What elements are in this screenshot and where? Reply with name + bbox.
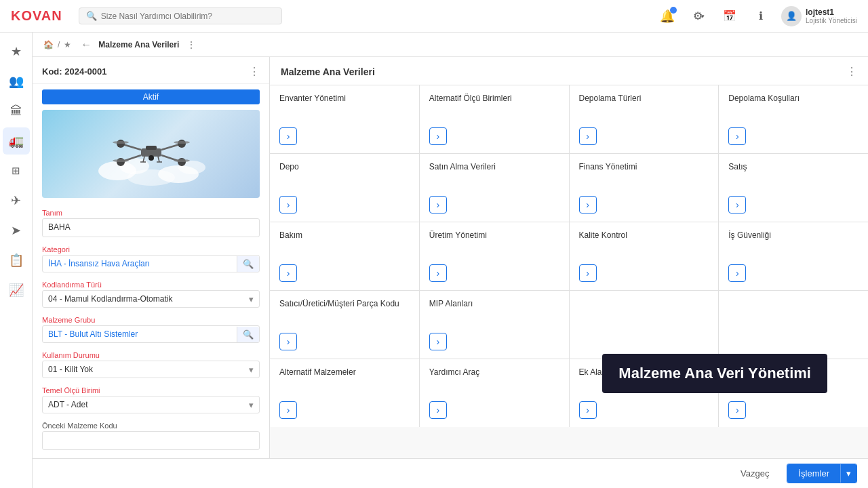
kullanim-dropdown-icon[interactable]: ▾ bbox=[243, 362, 259, 378]
card-arrow-icon[interactable]: › bbox=[429, 196, 447, 214]
tanim-value[interactable]: BAHA bbox=[42, 218, 260, 237]
kategori-field: Kategori İHA - İnsansız Hava Araçları 🔍 bbox=[33, 241, 269, 277]
card-arrow-icon[interactable]: › bbox=[429, 401, 447, 419]
card-depolama-kosullari[interactable]: Depolama Koşulları › bbox=[719, 85, 868, 153]
card-title: Kalite Kontrol bbox=[579, 230, 709, 240]
dropdown-indicator: ▾ bbox=[701, 13, 705, 20]
card-arrow-icon[interactable]: › bbox=[728, 127, 746, 145]
card-arrow-icon[interactable]: › bbox=[728, 196, 746, 214]
card-arrow-icon[interactable]: › bbox=[279, 127, 297, 145]
sidebar-item-favorites[interactable]: ★ bbox=[3, 38, 30, 65]
drone-illustration bbox=[97, 120, 205, 188]
card-bakim[interactable]: Bakım › bbox=[270, 222, 419, 290]
user-name-label: lojtest1 bbox=[806, 7, 857, 17]
card-arrow-icon[interactable]: › bbox=[279, 333, 297, 350]
sidebar-item-company[interactable]: 🏛 bbox=[3, 98, 30, 125]
breadcrumb-star[interactable]: ★ bbox=[64, 40, 71, 49]
right-panel-header: Malzeme Ana Verileri ⋮ bbox=[270, 57, 868, 85]
card-title: Depolama Türleri bbox=[579, 94, 709, 103]
card-arrow-icon[interactable]: › bbox=[279, 264, 297, 282]
sidebar-item-plane[interactable]: ✈ bbox=[3, 187, 30, 214]
left-sidebar: ★ 👥 🏛 🚛 ⊞ ✈ ➤ 📋 📈 bbox=[0, 33, 33, 488]
top-navigation: KOVAN 🔍 🔔 ⚙ ▾ 📅 ℹ 👤 lojtest1 Lojistik Yö… bbox=[0, 0, 868, 33]
user-menu[interactable]: 👤 lojtest1 Lojistik Yöneticisi bbox=[781, 6, 857, 26]
svg-rect-7 bbox=[146, 146, 157, 150]
malzeme-grubu-value: BLT - Bulut Altı Sistemler bbox=[43, 326, 237, 342]
card-yardimci-arac[interactable]: Yardımcı Araç › bbox=[420, 359, 569, 427]
sidebar-item-logistics[interactable]: 🚛 bbox=[3, 127, 30, 155]
card-alternatif-olcu[interactable]: Alternatif Ölçü Birimleri › bbox=[420, 85, 569, 153]
card-satin-alma[interactable]: Satın Alma Verileri › bbox=[420, 154, 569, 222]
home-icon[interactable]: 🏠 bbox=[43, 40, 54, 49]
card-title: Ek Alanlar bbox=[579, 367, 709, 377]
calendar-button[interactable]: 📅 bbox=[719, 5, 741, 27]
card-uretim[interactable]: Üretim Yönetimi › bbox=[420, 222, 569, 290]
card-arrow-icon[interactable]: › bbox=[579, 196, 597, 214]
card-alternatif-malzeme[interactable]: Alternatif Malzemeler › bbox=[270, 359, 419, 427]
actions-dropdown-button[interactable]: ▾ bbox=[840, 464, 856, 483]
card-satis[interactable]: Satış › bbox=[719, 154, 868, 222]
card-arrow-icon[interactable]: › bbox=[279, 196, 297, 214]
star-icon: ★ bbox=[11, 44, 22, 59]
card-arrow-icon[interactable]: › bbox=[429, 333, 447, 350]
right-panel-menu-button[interactable]: ⋮ bbox=[846, 65, 857, 78]
global-search[interactable]: 🔍 bbox=[79, 7, 282, 24]
temel-olcu-select[interactable]: ADT - Adet ▾ bbox=[42, 396, 260, 413]
sidebar-item-user[interactable]: 👥 bbox=[3, 68, 30, 95]
card-title: Satın Alma Verileri bbox=[429, 162, 559, 171]
card-arrow-icon[interactable]: › bbox=[279, 401, 297, 419]
card-empty2[interactable] bbox=[719, 291, 868, 359]
page-menu-icon[interactable]: ⋮ bbox=[187, 40, 195, 49]
search-input[interactable] bbox=[101, 12, 275, 21]
left-panel-header: Kod: 2024-0001 ⋮ bbox=[33, 57, 269, 84]
sidebar-item-grid[interactable]: ⊞ bbox=[3, 157, 30, 184]
card-envanter[interactable]: Envanter Yönetimi › bbox=[270, 85, 419, 153]
card-empty1[interactable] bbox=[570, 291, 719, 359]
kullanim-select[interactable]: 01 - Kilit Yok ▾ bbox=[42, 361, 260, 378]
sidebar-item-send[interactable]: ➤ bbox=[3, 217, 30, 244]
card-title: Envanter Yönetimi bbox=[279, 94, 410, 103]
search-icon: 🔍 bbox=[86, 11, 97, 21]
kategori-search-button[interactable]: 🔍 bbox=[237, 256, 259, 272]
grid-icon: ⊞ bbox=[12, 165, 20, 177]
malzeme-grubu-search-button[interactable]: 🔍 bbox=[237, 327, 259, 342]
card-arrow-icon[interactable]: › bbox=[728, 264, 746, 282]
card-finans[interactable]: Finans Yönetimi › bbox=[570, 154, 719, 222]
card-arrow-icon[interactable]: › bbox=[579, 264, 597, 282]
card-mip[interactable]: MIP Alanları › bbox=[420, 291, 569, 359]
onceki-field: Önceki Malzeme Kodu bbox=[33, 418, 269, 454]
logo-van: VAN bbox=[33, 8, 62, 23]
kodlama-dropdown-icon[interactable]: ▾ bbox=[243, 291, 259, 307]
sidebar-item-analytics[interactable]: 📈 bbox=[3, 277, 30, 304]
settings-button[interactable]: ⚙ ▾ bbox=[688, 5, 709, 27]
kullanim-label: Kullanım Durumu bbox=[42, 351, 260, 359]
right-panel: Malzeme Ana Verileri ⋮ Envanter Yönetimi… bbox=[270, 57, 868, 458]
card-arrow-icon[interactable]: › bbox=[429, 264, 447, 282]
onceki-value[interactable] bbox=[42, 431, 260, 450]
card-kalite[interactable]: Kalite Kontrol › bbox=[570, 222, 719, 290]
card-satici-uretici[interactable]: Satıcı/Üretici/Müşteri Parça Kodu › bbox=[270, 291, 419, 359]
card-ekler[interactable]: Ekler › bbox=[719, 359, 868, 427]
card-arrow-icon[interactable]: › bbox=[728, 401, 746, 419]
card-depo[interactable]: Depo › bbox=[270, 154, 419, 222]
card-ek-alanlar[interactable]: Ek Alanlar › bbox=[570, 359, 719, 427]
card-arrow-icon[interactable]: › bbox=[429, 127, 447, 145]
status-badge: Aktif bbox=[42, 89, 260, 104]
kategori-input[interactable]: İHA - İnsansız Hava Araçları 🔍 bbox=[42, 255, 260, 272]
card-arrow-icon[interactable]: › bbox=[579, 401, 597, 419]
temel-olcu-dropdown-icon[interactable]: ▾ bbox=[243, 397, 259, 413]
info-button[interactable]: ℹ bbox=[750, 5, 772, 27]
card-depolama-turleri[interactable]: Depolama Türleri › bbox=[570, 85, 719, 153]
kodlama-select[interactable]: 04 - Mamul Kodlandırma-Otomatik ▾ bbox=[42, 290, 260, 308]
actions-main-button[interactable]: İşlemler bbox=[787, 464, 840, 483]
card-is-guvenligi[interactable]: İş Güvenliği › bbox=[719, 222, 868, 290]
cancel-button[interactable]: Vazgeç bbox=[730, 464, 780, 483]
malzeme-grubu-input[interactable]: BLT - Bulut Altı Sistemler 🔍 bbox=[42, 325, 260, 343]
sidebar-item-docs[interactable]: 📋 bbox=[3, 247, 30, 274]
notifications-button[interactable]: 🔔 bbox=[656, 5, 678, 27]
actions-button-group: İşlemler ▾ bbox=[787, 464, 857, 483]
card-arrow-icon[interactable]: › bbox=[579, 127, 597, 145]
chart-icon: 📈 bbox=[9, 283, 24, 298]
panel-menu-button[interactable]: ⋮ bbox=[249, 65, 260, 78]
avatar: 👤 bbox=[781, 6, 802, 26]
